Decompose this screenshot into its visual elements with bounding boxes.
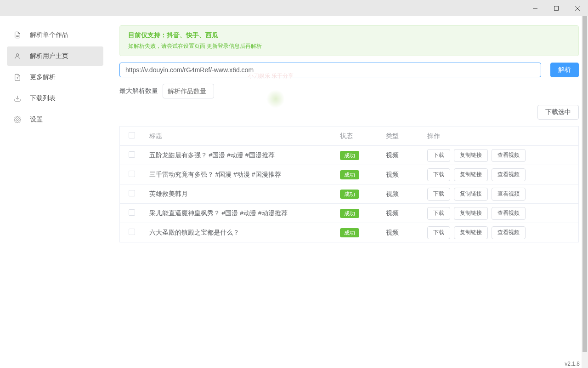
- row-title: 六大圣殿的镇殿之宝都是什么？: [144, 223, 334, 242]
- view-video-button[interactable]: 查看视频: [492, 168, 526, 181]
- table-row: 六大圣殿的镇殿之宝都是什么？成功视频下载复制链接查看视频: [120, 223, 579, 242]
- minimize-button[interactable]: [525, 0, 546, 16]
- row-checkbox[interactable]: [129, 151, 135, 158]
- copy-link-button[interactable]: 复制链接: [454, 188, 488, 201]
- sidebar-item-download-list[interactable]: 下载列表: [7, 89, 103, 108]
- table-row: 采儿能直逼魔神皇枫秀？ #国漫 #动漫 #动漫推荐成功视频下载复制链接查看视频: [120, 204, 579, 223]
- sidebar-item-label: 设置: [30, 115, 43, 124]
- max-count-label: 最大解析数量: [119, 87, 158, 95]
- download-selected-button[interactable]: 下载选中: [537, 105, 579, 120]
- sidebar-item-parse-single[interactable]: 解析单个作品: [7, 25, 103, 45]
- view-video-button[interactable]: 查看视频: [492, 226, 526, 239]
- main-content: 目前仅支持：抖音、快手、西瓜 如解析失败，请尝试在设置页面 更新登录信息后再解析…: [110, 16, 588, 368]
- select-all-checkbox[interactable]: [129, 132, 135, 138]
- sidebar-item-label: 更多解析: [30, 73, 56, 81]
- scrollbar-thumb[interactable]: [582, 16, 587, 352]
- parse-button[interactable]: 解析: [550, 63, 579, 77]
- table-row: 英雄救美韩月成功视频下载复制链接查看视频: [120, 184, 579, 204]
- maximize-button[interactable]: [546, 0, 567, 16]
- table-row: 五阶龙皓晨有多强？ #国漫 #动漫 #国漫推荐成功视频下载复制链接查看视频: [120, 146, 579, 165]
- download-button[interactable]: 下载: [427, 168, 450, 181]
- file-plus-icon: [13, 73, 22, 81]
- alert-box: 目前仅支持：抖音、快手、西瓜 如解析失败，请尝试在设置页面 更新登录信息后再解析: [119, 25, 579, 56]
- document-icon: [13, 31, 22, 39]
- svg-point-10: [17, 119, 18, 121]
- status-tag: 成功: [340, 190, 359, 199]
- row-checkbox[interactable]: [129, 190, 135, 196]
- download-button[interactable]: 下载: [427, 226, 450, 239]
- row-title: 五阶龙皓晨有多强？ #国漫 #动漫 #国漫推荐: [144, 146, 334, 165]
- version-label: v2.1.8: [565, 361, 580, 367]
- alert-title: 目前仅支持：抖音、快手、西瓜: [128, 31, 570, 40]
- download-button[interactable]: 下载: [427, 188, 450, 201]
- view-video-button[interactable]: 查看视频: [492, 149, 526, 162]
- row-title: 采儿能直逼魔神皇枫秀？ #国漫 #动漫 #动漫推荐: [144, 204, 334, 223]
- sidebar-item-label: 解析用户主页: [30, 52, 68, 60]
- titlebar: [0, 0, 588, 16]
- col-ops: 操作: [422, 126, 579, 146]
- results-table: 标题 状态 类型 操作 五阶龙皓晨有多强？ #国漫 #动漫 #国漫推荐成功视频下…: [119, 126, 579, 242]
- status-tag: 成功: [340, 151, 359, 160]
- view-video-button[interactable]: 查看视频: [492, 188, 526, 201]
- download-button[interactable]: 下载: [427, 149, 450, 162]
- sidebar-item-parse-user[interactable]: 解析用户主页: [7, 46, 103, 66]
- close-button[interactable]: [567, 0, 588, 16]
- svg-rect-1: [554, 6, 559, 10]
- svg-point-6: [16, 54, 18, 56]
- sidebar-item-more-parse[interactable]: 更多解析: [7, 68, 103, 87]
- row-type: 视频: [380, 223, 422, 242]
- max-count-input[interactable]: [163, 84, 214, 98]
- row-type: 视频: [380, 184, 422, 204]
- url-input[interactable]: [119, 63, 541, 77]
- row-type: 视频: [380, 146, 422, 165]
- download-button[interactable]: 下载: [427, 207, 450, 220]
- row-checkbox[interactable]: [129, 171, 135, 177]
- view-video-button[interactable]: 查看视频: [492, 207, 526, 220]
- col-type: 类型: [380, 126, 422, 146]
- scrollbar[interactable]: [582, 16, 588, 368]
- user-icon: [13, 52, 22, 60]
- status-tag: 成功: [340, 228, 359, 237]
- status-tag: 成功: [340, 170, 359, 179]
- sidebar: 解析单个作品 解析用户主页 更多解析 下载列表 设置: [0, 16, 110, 368]
- copy-link-button[interactable]: 复制链接: [454, 226, 488, 239]
- copy-link-button[interactable]: 复制链接: [454, 168, 488, 181]
- col-status: 状态: [334, 126, 380, 146]
- row-title: 英雄救美韩月: [144, 184, 334, 204]
- col-title: 标题: [144, 126, 334, 146]
- download-icon: [13, 94, 22, 103]
- alert-message: 如解析失败，请尝试在设置页面 更新登录信息后再解析: [128, 42, 570, 50]
- row-type: 视频: [380, 204, 422, 223]
- row-checkbox[interactable]: [129, 229, 135, 235]
- sidebar-item-label: 解析单个作品: [30, 31, 68, 39]
- copy-link-button[interactable]: 复制链接: [454, 149, 488, 162]
- sidebar-item-label: 下载列表: [30, 94, 56, 103]
- gear-icon: [13, 115, 22, 124]
- status-tag: 成功: [340, 209, 359, 218]
- sidebar-item-settings[interactable]: 设置: [7, 110, 103, 129]
- row-checkbox[interactable]: [129, 209, 135, 216]
- row-type: 视频: [380, 165, 422, 184]
- row-title: 三千雷动究竟有多强？ #国漫 #动漫 #国漫推荐: [144, 165, 334, 184]
- copy-link-button[interactable]: 复制链接: [454, 207, 488, 220]
- table-row: 三千雷动究竟有多强？ #国漫 #动漫 #国漫推荐成功视频下载复制链接查看视频: [120, 165, 579, 184]
